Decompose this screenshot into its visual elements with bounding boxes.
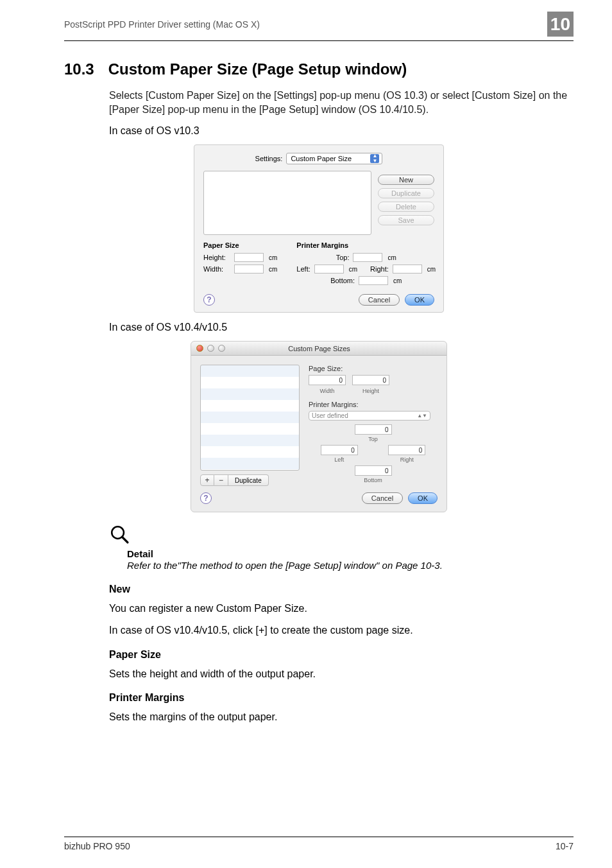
bottom-field[interactable] xyxy=(359,276,388,285)
zoom-icon xyxy=(218,345,225,352)
bottom-margin-label: Bottom xyxy=(355,477,392,483)
height-field[interactable] xyxy=(234,253,264,262)
new-paragraph-1: You can register a new Custom Paper Size… xyxy=(109,602,574,616)
chapter-badge: 10 xyxy=(547,12,574,37)
left-margin-value[interactable]: 0 xyxy=(321,445,358,455)
remove-button[interactable]: − xyxy=(214,474,228,486)
printer-margins-label-2: Printer Margins: xyxy=(309,401,438,408)
top-unit: cm xyxy=(387,254,396,261)
page-size-listbox[interactable] xyxy=(200,365,300,471)
ok-button[interactable]: OK xyxy=(405,294,434,306)
right-label: Right: xyxy=(370,265,389,273)
section-number: 10.3 xyxy=(64,60,94,78)
height-label: Height: xyxy=(203,254,230,261)
printer-margins-heading: Printer Margins xyxy=(109,692,574,704)
intro-paragraph: Selects [Custom Paper Size] on the [Sett… xyxy=(109,89,574,116)
width-label: Width: xyxy=(203,265,230,273)
page-size-label: Page Size: xyxy=(309,365,438,372)
delete-button[interactable]: Delete xyxy=(378,202,434,212)
case-104-label: In case of OS v10.4/v10.5 xyxy=(109,322,574,333)
top-label: Top: xyxy=(336,254,350,261)
section-title: Custom Paper Size (Page Setup window) xyxy=(108,60,407,78)
right-unit: cm xyxy=(427,266,436,273)
width-field[interactable] xyxy=(234,265,264,273)
minimize-icon xyxy=(207,345,214,352)
right-margin-label: Right xyxy=(388,456,425,463)
cancel-button-2[interactable]: Cancel xyxy=(362,492,403,504)
custom-size-listbox[interactable] xyxy=(203,171,371,235)
left-field[interactable] xyxy=(314,265,344,273)
footer-product: bizhub PRO 950 xyxy=(64,841,130,851)
new-paragraph-2: In case of OS v10.4/v10.5, click [+] to … xyxy=(109,623,574,638)
left-unit: cm xyxy=(349,266,357,273)
bottom-unit: cm xyxy=(393,277,402,284)
footer-page-number: 10-7 xyxy=(556,841,574,851)
height-label-2: Height xyxy=(352,388,389,394)
new-heading: New xyxy=(109,584,574,595)
margins-preset-select[interactable]: User defined ▲▼ xyxy=(309,411,430,421)
width-label-2: Width xyxy=(309,388,346,394)
section-heading: 10.3Custom Paper Size (Page Setup window… xyxy=(64,60,574,78)
width-unit: cm xyxy=(269,266,277,273)
paper-size-label: Paper Size xyxy=(203,241,277,249)
ok-button-2[interactable]: OK xyxy=(408,492,438,504)
footer-rule xyxy=(64,837,574,837)
settings-select-value: Custom Paper Size xyxy=(291,155,352,162)
duplicate-button[interactable]: Duplicate xyxy=(378,188,434,198)
detail-heading: Detail xyxy=(127,548,574,559)
height-value[interactable]: 0 xyxy=(352,375,389,385)
bottom-margin-value[interactable]: 0 xyxy=(355,465,392,476)
case-103-label: In case of OS v10.3 xyxy=(109,125,574,137)
new-button[interactable]: New xyxy=(378,175,434,185)
printer-margins-label: Printer Margins xyxy=(296,241,436,249)
settings-select[interactable]: Custom Paper Size ▲▼ xyxy=(286,153,382,164)
height-unit: cm xyxy=(269,254,277,261)
width-value[interactable]: 0 xyxy=(309,375,346,385)
paper-size-heading: Paper Size xyxy=(109,649,574,661)
save-button[interactable]: Save xyxy=(378,215,434,225)
custom-paper-size-dialog-103: Settings: Custom Paper Size ▲▼ New Dupli… xyxy=(194,144,444,313)
chapter-number: 10 xyxy=(550,14,570,34)
add-button[interactable]: + xyxy=(200,474,214,486)
cancel-button[interactable]: Cancel xyxy=(359,294,400,306)
running-head: PostScript PPD Printer Driver setting (M… xyxy=(64,19,547,30)
right-field[interactable] xyxy=(393,265,422,273)
printer-margins-paragraph: Sets the margins of the output paper. xyxy=(109,710,574,724)
magnifier-icon xyxy=(109,524,131,546)
custom-page-sizes-dialog-104: Custom Page Sizes + − Duplicate Page Siz… xyxy=(191,341,447,512)
settings-label: Settings: xyxy=(255,155,283,162)
duplicate-button-2[interactable]: Duplicate xyxy=(228,474,269,486)
left-margin-label: Left xyxy=(321,456,358,463)
help-icon[interactable]: ? xyxy=(203,294,215,306)
svg-line-1 xyxy=(122,537,128,543)
top-field[interactable] xyxy=(353,253,382,262)
help-icon-2[interactable]: ? xyxy=(200,492,212,504)
top-margin-label: Top xyxy=(355,436,392,442)
chevron-updown-icon: ▲▼ xyxy=(417,413,427,419)
top-margin-value[interactable]: 0 xyxy=(355,424,392,435)
close-icon[interactable] xyxy=(196,345,203,352)
margins-preset-value: User defined xyxy=(312,412,348,419)
dialog-titlebar: Custom Page Sizes xyxy=(191,342,446,356)
detail-body: Refer to the"The method to open the [Pag… xyxy=(127,559,574,572)
bottom-label: Bottom: xyxy=(330,277,355,284)
select-caret-icon: ▲▼ xyxy=(370,154,379,163)
paper-size-paragraph: Sets the height and width of the output … xyxy=(109,667,574,681)
left-label: Left: xyxy=(296,265,310,273)
right-margin-value[interactable]: 0 xyxy=(388,445,425,455)
dialog-title: Custom Page Sizes xyxy=(229,345,441,352)
